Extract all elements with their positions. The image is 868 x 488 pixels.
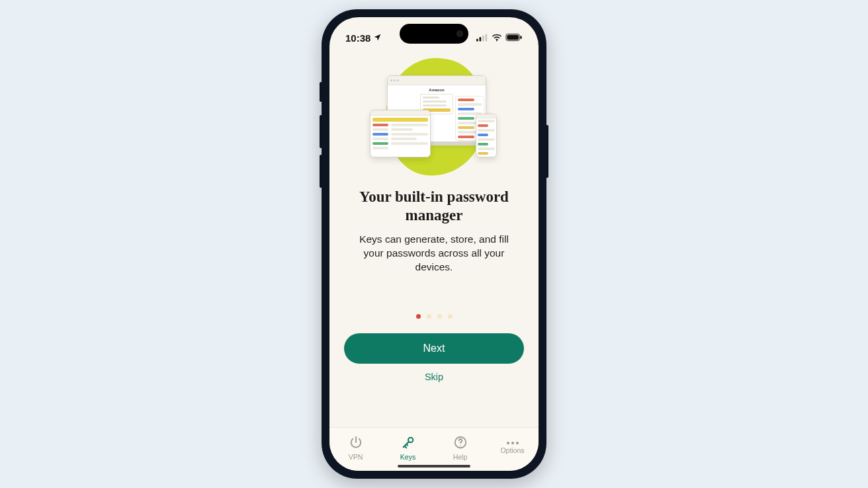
status-bar: 10:38 [329, 17, 539, 49]
battery-icon [505, 32, 523, 44]
phone-frame: 10:38 [322, 9, 546, 479]
tab-options[interactable]: Options [486, 428, 539, 471]
skip-button[interactable]: Skip [425, 372, 443, 382]
page-dot-2[interactable] [427, 314, 431, 319]
more-icon [507, 442, 519, 444]
phone-screen: 10:38 [329, 17, 539, 471]
cellular-icon [476, 32, 488, 44]
svg-rect-7 [520, 36, 521, 39]
svg-rect-6 [507, 34, 519, 39]
svg-rect-1 [480, 37, 482, 41]
tab-label: Options [500, 446, 524, 454]
page-dot-4[interactable] [448, 314, 453, 319]
page-dot-3[interactable] [437, 314, 442, 319]
status-time: 10:38 [345, 32, 370, 44]
tab-label: Keys [400, 453, 415, 461]
onboarding-title: Your built-in password manager [344, 188, 524, 225]
svg-rect-0 [476, 38, 478, 41]
key-icon [401, 435, 415, 451]
help-icon [453, 435, 468, 451]
wifi-icon [492, 32, 502, 44]
svg-rect-3 [486, 34, 488, 41]
tab-label: VPN [349, 453, 363, 461]
svg-rect-2 [482, 35, 484, 41]
tab-vpn[interactable]: VPN [329, 428, 382, 471]
tab-label: Help [453, 453, 468, 461]
next-button[interactable]: Next [344, 333, 524, 364]
volume-up-button [320, 115, 322, 148]
location-icon [373, 32, 382, 44]
page-dot-1[interactable] [416, 314, 421, 319]
side-button [320, 82, 322, 102]
onboarding-illustration: Amazon [358, 56, 510, 181]
illustration-phone [476, 114, 497, 157]
illustration-tablet [370, 110, 431, 157]
page-indicator [416, 314, 453, 319]
power-button [546, 125, 548, 178]
svg-point-10 [460, 445, 460, 446]
onboarding-content: Amazon [329, 49, 539, 427]
onboarding-subtitle: Keys can generate, store, and fill your … [348, 233, 520, 274]
home-indicator[interactable] [398, 465, 470, 468]
svg-point-4 [496, 40, 498, 41]
power-icon [349, 435, 363, 451]
volume-down-button [320, 155, 322, 188]
illustration-page-label: Amazon [392, 88, 482, 92]
